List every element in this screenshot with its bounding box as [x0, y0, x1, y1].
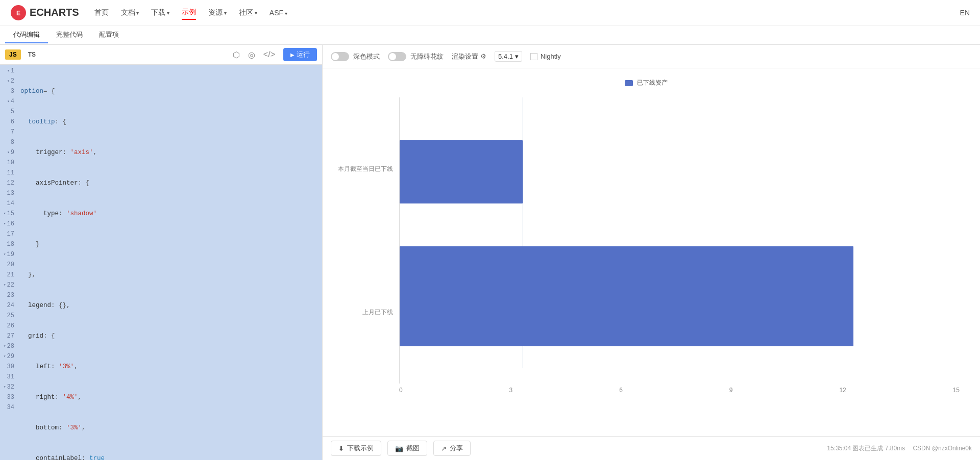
ln25: 25: [0, 311, 14, 321]
ln15: ▾15: [0, 209, 14, 219]
x-label-2: 6: [619, 387, 623, 394]
download-button[interactable]: ⬇ 下载示例: [331, 441, 381, 456]
version-selector[interactable]: 5.4.1 ▾: [495, 51, 522, 62]
ln3: 3: [0, 86, 14, 96]
code-line-3: trigger: 'axis',: [20, 147, 322, 158]
code-line-5: type: 'shadow': [20, 209, 322, 219]
x-label-3: 9: [729, 387, 733, 394]
ln14: 14: [0, 198, 14, 209]
nightly-checkbox[interactable]: [530, 53, 537, 60]
ln12: 12: [0, 178, 14, 188]
ln13: 13: [0, 188, 14, 198]
ln29: ▾29: [0, 351, 14, 362]
nav-download[interactable]: 下载: [151, 6, 169, 19]
chart-legend: 已下线资产: [333, 79, 960, 87]
sub-tabs: 代码编辑 完整代码 配置项: [0, 25, 980, 45]
code-line-7: },: [20, 270, 322, 280]
bar-last-month: [400, 246, 853, 346]
tab-full-code[interactable]: 完整代码: [48, 27, 91, 43]
camera-icon: 📷: [395, 445, 403, 452]
ln16: ▾16: [0, 219, 14, 229]
ln26: 26: [0, 321, 14, 331]
code-icon[interactable]: </>: [263, 50, 275, 59]
dark-mode-toggle-group: 深色模式: [331, 52, 380, 61]
ln7: 7: [0, 127, 14, 137]
echarts-logo-icon: E: [10, 5, 27, 21]
download-label: 下载示例: [347, 444, 374, 453]
ln32: ▾32: [0, 382, 14, 392]
bars-container: [399, 97, 960, 384]
tab-config[interactable]: 配置项: [91, 27, 127, 43]
ln18: 18: [0, 239, 14, 249]
editor-scroll[interactable]: ▾1 ▾2 3 ▾4 5 6 7 8 ▾9 10 11 12 13 14: [0, 65, 322, 460]
bar-this-month: [400, 140, 523, 203]
code-line-2: tooltip: {: [20, 117, 322, 127]
ln8: 8: [0, 137, 14, 147]
globe-icon[interactable]: ◎: [248, 50, 255, 60]
logo[interactable]: E ECHARTS: [10, 5, 79, 21]
dark-mode-label: 深色模式: [353, 52, 380, 61]
code-content: option = { tooltip: { trigger: 'axis', a…: [18, 65, 322, 460]
line-numbers: ▾1 ▾2 3 ▾4 5 6 7 8 ▾9 10 11 12 13 14: [0, 65, 18, 460]
ln5: 5: [0, 107, 14, 117]
cube-icon[interactable]: ⬡: [233, 50, 240, 60]
gear-icon: ⚙: [480, 53, 486, 60]
chevron-down-icon: ▾: [515, 53, 519, 60]
dark-mode-toggle[interactable]: [331, 52, 349, 61]
x-label-0: 0: [399, 387, 403, 394]
y-axis: 本月截至当日已下线 上月已下线: [333, 97, 399, 399]
nav-resources[interactable]: 资源: [208, 6, 227, 19]
tab-code-editor[interactable]: 代码编辑: [5, 27, 48, 43]
preview-panel: 深色模式 无障碍花纹 渲染设置 ⚙ 5.4.1 ▾ Nightly: [323, 45, 980, 460]
nav-docs[interactable]: 文档: [121, 6, 139, 19]
code-line-9: grid: {: [20, 331, 322, 341]
code-line-10: left: '3%',: [20, 362, 322, 372]
ln17: 17: [0, 229, 14, 239]
screenshot-label: 截图: [406, 444, 420, 453]
code-line-6: }: [20, 239, 322, 249]
render-settings-button[interactable]: 渲染设置 ⚙: [452, 52, 486, 61]
nav-examples[interactable]: 示例: [182, 6, 196, 20]
status-text: 15:35:04 图表已生成 7.80ms: [827, 445, 905, 452]
x-label-4: 12: [839, 387, 846, 394]
tile-mode-toggle[interactable]: [388, 52, 406, 61]
js-lang-button[interactable]: JS: [5, 49, 21, 60]
screenshot-button[interactable]: 📷 截图: [387, 441, 427, 456]
code-line-12: bottom: '3%',: [20, 423, 322, 433]
credit-text: CSDN @nzxOnline0k: [913, 445, 972, 452]
nav-community[interactable]: 社区: [239, 6, 257, 19]
nav-items: 首页 文档 下载 示例 资源 社区 ASF: [94, 6, 945, 20]
ln24: 24: [0, 300, 14, 311]
share-icon: ↗: [441, 445, 447, 452]
share-button[interactable]: ↗ 分享: [433, 441, 471, 456]
nav-home[interactable]: 首页: [94, 6, 109, 19]
tile-mode-label: 无障碍花纹: [410, 52, 444, 61]
legend-color-dot: [625, 80, 633, 86]
run-button[interactable]: 运行: [283, 48, 317, 61]
code-line-8: legend: {},: [20, 300, 322, 311]
x-label-1: 3: [509, 387, 513, 394]
ts-lang-button[interactable]: TS: [24, 49, 40, 60]
download-icon: ⬇: [338, 445, 344, 452]
bottom-status: 15:35:04 图表已生成 7.80ms CSDN @nzxOnline0k: [827, 444, 972, 453]
ln1: ▾1: [0, 66, 14, 76]
editor-toolbar: JS TS ⬡ ◎ </> 运行: [0, 45, 322, 65]
preview-controls: 深色模式 无障碍花纹 渲染设置 ⚙ 5.4.1 ▾ Nightly: [323, 45, 980, 68]
top-nav: E ECHARTS 首页 文档 下载 示例 资源 社区 ASF EN: [0, 0, 980, 25]
nightly-label: Nightly: [541, 53, 561, 60]
ln23: 23: [0, 290, 14, 300]
code-lines: ▾1 ▾2 3 ▾4 5 6 7 8 ▾9 10 11 12 13 14: [0, 65, 322, 460]
y-label-1: 上月已下线: [362, 309, 393, 316]
ln4: ▾4: [0, 96, 14, 107]
chart-inner: 本月截至当日已下线 上月已下线: [333, 97, 960, 414]
toolbar-icons: ⬡ ◎ </> 运行: [233, 48, 317, 61]
ln27: 27: [0, 331, 14, 341]
ln22: ▾22: [0, 280, 14, 290]
bottom-bar: ⬇ 下载示例 📷 截图 ↗ 分享 15:35:04 图表已生成 7.80ms C…: [323, 436, 980, 460]
nav-asf[interactable]: ASF: [270, 7, 287, 19]
main-container: JS TS ⬡ ◎ </> 运行 ▾1 ▾2 3 ▾4 5 6: [0, 45, 980, 460]
nightly-group: Nightly: [530, 53, 561, 60]
nav-lang[interactable]: EN: [960, 9, 970, 17]
x-axis: 0 3 6 9 12 15: [399, 384, 960, 399]
ln34: 34: [0, 402, 14, 413]
